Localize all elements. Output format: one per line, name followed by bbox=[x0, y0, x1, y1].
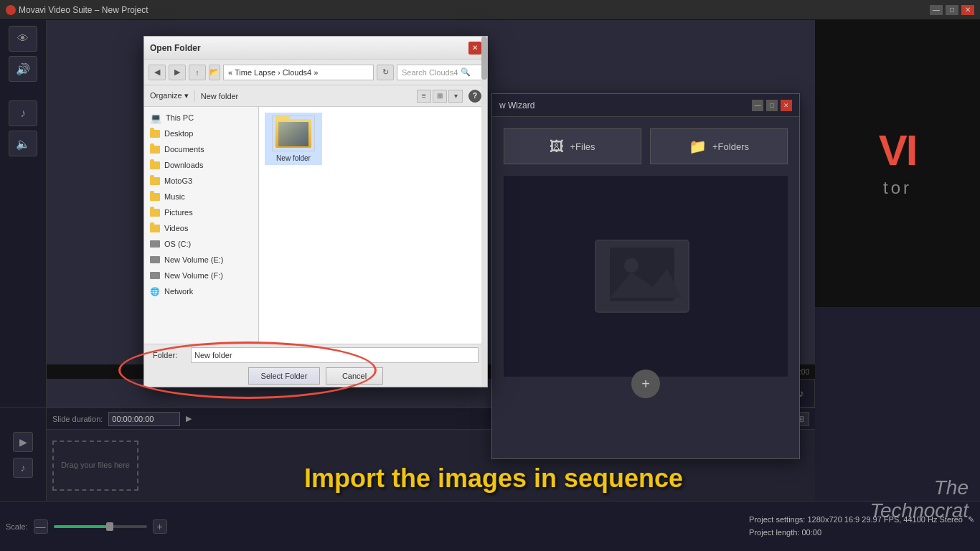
add-media-circle-button[interactable]: + bbox=[631, 369, 660, 398]
cancel-button[interactable]: Cancel bbox=[326, 367, 383, 385]
file-label: New folder bbox=[276, 154, 311, 162]
volume-button[interactable]: 🔊 bbox=[9, 56, 37, 82]
sidebar-item-label: New Volume (F:) bbox=[164, 271, 223, 280]
new-folder-button[interactable]: New folder bbox=[201, 92, 239, 100]
sidebar-item-vol-e[interactable]: New Volume (E:) bbox=[144, 252, 258, 268]
sidebar-item-network[interactable]: 🌐 Network bbox=[144, 283, 258, 299]
title-bar: Movavi Video Suite – New Project — □ ✕ bbox=[0, 0, 980, 20]
wizard-maximize-button[interactable]: □ bbox=[766, 100, 778, 111]
window-controls: — □ ✕ bbox=[930, 5, 974, 15]
search-placeholder: Search Clouds4 bbox=[402, 68, 458, 77]
folder-thumbnail bbox=[272, 116, 315, 151]
view-list-button[interactable]: ≡ bbox=[417, 90, 431, 103]
wizard-controls: — □ ✕ bbox=[752, 100, 792, 111]
sidebar-item-osc[interactable]: OS (C:) bbox=[144, 236, 258, 252]
add-folders-label: +Folders bbox=[712, 141, 749, 152]
volume-icon: 🔊 bbox=[16, 62, 30, 76]
brand-area: VI tor bbox=[815, 20, 980, 307]
slide-duration-label: Slide duration: bbox=[52, 415, 103, 423]
drag-drop-zone[interactable]: Drag your files here bbox=[52, 441, 138, 491]
sidebar-item-videos[interactable]: Videos bbox=[144, 220, 258, 236]
svg-point-2 bbox=[624, 258, 639, 273]
volume-timeline-button[interactable]: ♪ bbox=[13, 458, 33, 478]
sidebar-item-motog3[interactable]: MotoG3 bbox=[144, 173, 258, 189]
view-dropdown-button[interactable]: ▾ bbox=[448, 90, 463, 103]
path-bar: « Time Lapse › Clouds4 » bbox=[223, 65, 374, 80]
play-button[interactable]: ▶ bbox=[13, 432, 33, 452]
sidebar-item-vol-f[interactable]: New Volume (F:) bbox=[144, 268, 258, 283]
scale-plus-button[interactable]: + bbox=[153, 519, 167, 534]
dialog-title: Open Folder bbox=[150, 43, 201, 53]
wizard-minimize-button[interactable]: — bbox=[752, 100, 763, 111]
folder-input[interactable] bbox=[191, 347, 479, 363]
folder-icon-desktop bbox=[150, 130, 160, 138]
recent-button[interactable]: 📂 bbox=[209, 65, 220, 80]
close-button[interactable]: ✕ bbox=[961, 5, 974, 15]
project-length-row: Project length: 00:00 bbox=[749, 527, 974, 540]
sidebar-item-music[interactable]: Music bbox=[144, 189, 258, 204]
sidebar-item-pictures[interactable]: Pictures bbox=[144, 204, 258, 220]
speed-btn[interactable]: ▶ bbox=[186, 414, 192, 423]
organize-button[interactable]: Organize ▾ bbox=[150, 91, 189, 100]
left-panel: 👁 🔊 ♪ 🔈 bbox=[0, 20, 47, 408]
folder-overlay bbox=[278, 122, 308, 146]
dialog-close-button[interactable]: ✕ bbox=[468, 42, 481, 55]
timeline-left-panel: ▶ ♪ bbox=[0, 408, 47, 501]
search-icon: 🔍 bbox=[461, 67, 471, 77]
folder-icon-videos bbox=[150, 225, 160, 232]
file-item-newfolder[interactable]: New folder bbox=[265, 113, 322, 165]
sidebar-item-documents[interactable]: Documents bbox=[144, 141, 258, 157]
scale-thumb[interactable] bbox=[106, 522, 113, 531]
view-icon-button[interactable]: ⊞ bbox=[433, 90, 447, 103]
app-icon bbox=[6, 5, 16, 15]
refresh-button[interactable]: ↻ bbox=[377, 65, 394, 80]
folder-icon-motog3 bbox=[150, 177, 160, 185]
hdd-icon-f bbox=[150, 272, 160, 279]
sidebar-item-label: Network bbox=[164, 287, 193, 296]
forward-button[interactable]: ▶ bbox=[169, 65, 186, 80]
sidebar-item-label: Music bbox=[164, 192, 185, 201]
project-length-value: 00:00 bbox=[802, 528, 822, 537]
music-button[interactable]: ♪ bbox=[9, 100, 37, 126]
wizard-close-button[interactable]: ✕ bbox=[781, 100, 792, 111]
folder-icon-pictures bbox=[150, 209, 160, 217]
scale-track bbox=[54, 525, 147, 528]
audio-btn[interactable]: 🔈 bbox=[9, 131, 37, 156]
dialog-content-area: New folder bbox=[259, 107, 487, 344]
add-files-button[interactable]: 🖼 +Files bbox=[504, 128, 641, 164]
image-icon: 🖼 bbox=[550, 138, 564, 155]
back-button[interactable]: ◀ bbox=[149, 65, 166, 80]
open-folder-dialog: Open Folder ✕ ◀ ▶ ↑ 📂 « Time Lapse › Clo… bbox=[143, 36, 488, 387]
hdd-icon-e bbox=[150, 256, 160, 263]
sidebar-item-label: Videos bbox=[164, 224, 188, 232]
sidebar-item-label: New Volume (E:) bbox=[164, 255, 224, 264]
add-folders-button[interactable]: 📁 +Folders bbox=[650, 128, 788, 164]
watermark-line2: Technocrat bbox=[815, 499, 969, 522]
sidebar-item-label: Pictures bbox=[164, 208, 193, 217]
select-folder-button[interactable]: Select Folder bbox=[248, 367, 320, 385]
folder-label: Folder: bbox=[153, 351, 185, 359]
sidebar-item-downloads[interactable]: Downloads bbox=[144, 157, 258, 173]
slide-duration-input[interactable] bbox=[108, 412, 180, 426]
network-icon: 🌐 bbox=[150, 287, 160, 296]
project-length-label: Project length: bbox=[749, 528, 799, 537]
up-button[interactable]: ↑ bbox=[189, 65, 206, 80]
folder-icon-downloads bbox=[150, 161, 160, 169]
wizard-dialog: w Wizard — □ ✕ 🖼 +Files 📁 +Folders bbox=[491, 93, 800, 459]
dialog-title-bar: Open Folder ✕ bbox=[144, 37, 487, 60]
sidebar-item-thispc[interactable]: 💻 This PC bbox=[144, 110, 258, 126]
scale-minus-button[interactable]: — bbox=[34, 519, 48, 534]
maximize-button[interactable]: □ bbox=[946, 5, 958, 15]
scale-fill bbox=[54, 525, 110, 528]
help-button[interactable]: ? bbox=[468, 90, 481, 103]
preview-placeholder-svg bbox=[588, 233, 703, 319]
view-buttons: ≡ ⊞ ▾ bbox=[417, 90, 463, 103]
eye-button[interactable]: 👁 bbox=[9, 26, 37, 52]
sidebar-item-desktop[interactable]: Desktop bbox=[144, 126, 258, 141]
brand-sub: tor bbox=[883, 178, 912, 198]
wizard-bottom-area: + bbox=[504, 377, 788, 413]
annotation-text: Import the images in sequence bbox=[172, 463, 815, 494]
search-box[interactable]: Search Clouds4 🔍 bbox=[397, 65, 483, 80]
minimize-button[interactable]: — bbox=[930, 5, 943, 15]
sidebar-item-label: This PC bbox=[166, 113, 194, 122]
